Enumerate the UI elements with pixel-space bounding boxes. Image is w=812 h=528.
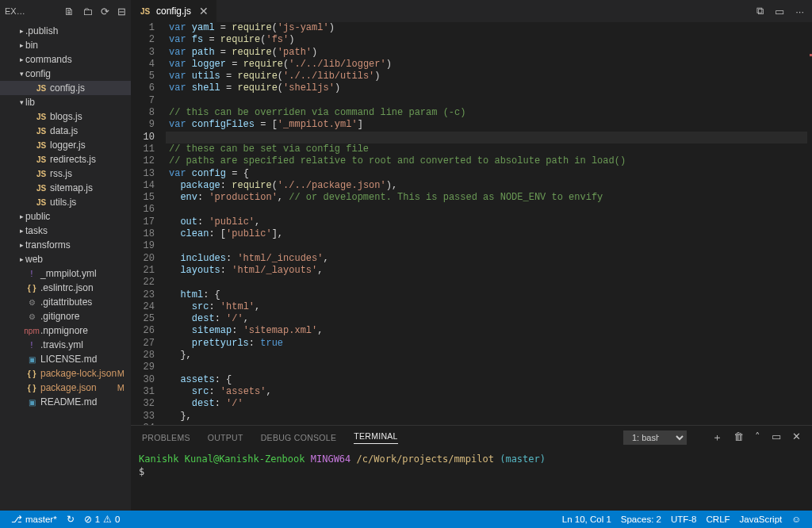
status-feedback[interactable]: ☺ xyxy=(787,511,806,528)
tree-label: config xyxy=(25,68,51,79)
file-package-lock.json[interactable]: { }package-lock.jsonM xyxy=(0,366,131,381)
tab-debug-console[interactable]: DEBUG CONSOLE xyxy=(261,433,337,442)
code-line[interactable]: src: 'html', xyxy=(166,301,807,313)
maximize-panel-icon[interactable]: ▭ xyxy=(772,430,781,445)
collapse-all-icon[interactable]: ⊟ xyxy=(117,6,126,17)
file-blogs.js[interactable]: JSblogs.js xyxy=(0,109,131,124)
editor-layout-icon[interactable]: ▭ xyxy=(775,6,784,17)
new-folder-icon[interactable]: 🗀 xyxy=(82,6,93,17)
file-sitemap.js[interactable]: JSsitemap.js xyxy=(0,181,131,195)
code-line[interactable] xyxy=(166,132,807,143)
file-_mmpilot.yml[interactable]: !_mmpilot.yml xyxy=(0,266,131,281)
status-branch[interactable]: ⎇ master* xyxy=(6,511,62,528)
status-cursor[interactable]: Ln 10, Col 1 xyxy=(557,511,616,528)
close-panel-icon[interactable]: ✕ xyxy=(792,430,801,445)
split-editor-icon[interactable]: ⧉ xyxy=(756,5,764,17)
file-README.md[interactable]: ▣README.md xyxy=(0,395,131,409)
code-line[interactable]: var logger = require('./../lib/logger') xyxy=(166,59,807,71)
code-line[interactable]: out: 'public', xyxy=(166,216,807,228)
folder-public[interactable]: ▸public xyxy=(0,209,131,224)
code-line[interactable]: dest: '/' xyxy=(166,398,807,410)
status-spaces[interactable]: Spaces: 2 xyxy=(616,511,666,528)
file-package.json[interactable]: { }package.jsonM xyxy=(0,381,131,395)
warning-icon: ⚠ xyxy=(103,514,112,525)
file-tree: ▸.publish▸bin▸commands▾configJSconfig.js… xyxy=(0,22,131,409)
code-line[interactable]: clean: ['public'], xyxy=(166,228,807,240)
code-line[interactable]: // paths are specified relative to root … xyxy=(166,155,807,167)
code-line[interactable]: package: require('./../package.json'), xyxy=(166,180,807,192)
code-line[interactable]: var fs = require('fs') xyxy=(166,34,807,46)
folder-commands[interactable]: ▸commands xyxy=(0,52,131,67)
file-rss.js[interactable]: JSrss.js xyxy=(0,166,131,181)
code-line[interactable] xyxy=(166,362,807,373)
file-data.js[interactable]: JSdata.js xyxy=(0,124,131,138)
folder-transforms[interactable]: ▸transforms xyxy=(0,238,131,252)
tab-output[interactable]: OUTPUT xyxy=(208,433,243,442)
code-line[interactable]: prettyurls: true xyxy=(166,338,807,350)
folder-bin[interactable]: ▸bin xyxy=(0,38,131,52)
code-line[interactable]: var yaml = require('js-yaml') xyxy=(166,22,807,34)
status-language[interactable]: JavaScript xyxy=(735,511,787,528)
tree-label: .travis.yml xyxy=(40,339,83,350)
folder-lib[interactable]: ▾lib xyxy=(0,95,131,109)
code-line[interactable]: html: { xyxy=(166,289,807,301)
status-sync[interactable]: ↻ xyxy=(62,511,79,528)
code-editor[interactable]: 1234567891011121314151617181920212223242… xyxy=(131,22,812,425)
tab-problems[interactable]: PROBLEMS xyxy=(142,433,190,442)
close-icon[interactable]: ✕ xyxy=(199,5,209,17)
more-actions-icon[interactable]: ··· xyxy=(795,6,804,17)
status-encoding[interactable]: UTF-8 xyxy=(666,511,702,528)
code-line[interactable]: assets: { xyxy=(166,374,807,386)
code-line[interactable]: var shell = require('shelljs') xyxy=(166,82,807,94)
status-problems[interactable]: ⊘ 1 ⚠ 0 xyxy=(79,511,125,528)
file-.npmignore[interactable]: npm.npmignore xyxy=(0,323,131,338)
folder-web[interactable]: ▸web xyxy=(0,252,131,266)
folder-tasks[interactable]: ▸tasks xyxy=(0,224,131,238)
file-redirects.js[interactable]: JSredirects.js xyxy=(0,152,131,166)
code-line[interactable]: // these can be set via config file xyxy=(166,143,807,155)
file-.gitignore[interactable]: ⚙.gitignore xyxy=(0,309,131,323)
tab-terminal[interactable]: TERMINAL xyxy=(354,431,398,444)
chevron-icon: ▾ xyxy=(17,70,25,78)
code-line[interactable]: }, xyxy=(166,411,807,423)
code-body[interactable]: var yaml = require('js-yaml')var fs = re… xyxy=(166,22,807,425)
kill-terminal-icon[interactable]: 🗑 xyxy=(733,430,744,445)
code-line[interactable] xyxy=(166,240,807,252)
code-line[interactable]: src: 'assets', xyxy=(166,386,807,398)
code-line[interactable] xyxy=(166,277,807,289)
folder-config[interactable]: ▾config xyxy=(0,67,131,81)
file-.travis.yml[interactable]: !.travis.yml xyxy=(0,338,131,352)
code-line[interactable]: env: 'production', // or development. Th… xyxy=(166,192,807,204)
file-utils.js[interactable]: JSutils.js xyxy=(0,195,131,209)
file-config.js[interactable]: JSconfig.js xyxy=(0,81,131,95)
tree-label: .eslintrc.json xyxy=(40,282,94,293)
code-line[interactable]: var config = { xyxy=(166,168,807,180)
new-file-icon[interactable]: 🗎 xyxy=(64,6,75,17)
code-line[interactable] xyxy=(166,95,807,107)
refresh-icon[interactable]: ⟳ xyxy=(101,6,109,17)
new-terminal-icon[interactable]: ＋ xyxy=(712,430,722,445)
code-line[interactable] xyxy=(166,204,807,216)
panel-up-icon[interactable]: ˄ xyxy=(755,430,760,445)
code-line[interactable]: // this can be overriden via command lin… xyxy=(166,107,807,119)
code-line[interactable]: sitemap: 'sitemap.xml', xyxy=(166,325,807,337)
code-line[interactable]: var configFiles = ['_mmpilot.yml'] xyxy=(166,119,807,131)
tab-config-js[interactable]: JS config.js ✕ xyxy=(131,0,217,22)
file-.eslintrc.json[interactable]: { }.eslintrc.json xyxy=(0,281,131,295)
file-logger.js[interactable]: JSlogger.js xyxy=(0,138,131,152)
code-line[interactable]: var utils = require('./../lib/utils') xyxy=(166,71,807,82)
code-line[interactable]: }, xyxy=(166,350,807,362)
file-.gitattributes[interactable]: ⚙.gitattributes xyxy=(0,295,131,309)
terminal-select[interactable]: 1: bash xyxy=(623,430,687,445)
tree-label: public xyxy=(25,211,50,222)
minimap[interactable] xyxy=(807,22,812,425)
code-line[interactable]: includes: 'html/_incudes', xyxy=(166,253,807,265)
code-line[interactable]: var path = require('path') xyxy=(166,47,807,59)
folder-.publish[interactable]: ▸.publish xyxy=(0,24,131,38)
code-line[interactable]: dest: '/', xyxy=(166,313,807,325)
file-LICENSE.md[interactable]: ▣LICENSE.md xyxy=(0,352,131,366)
code-line[interactable]: layouts: 'html/_layouts', xyxy=(166,265,807,277)
status-eol[interactable]: CRLF xyxy=(702,511,735,528)
terminal-body[interactable]: Kanishk Kunal@Kanishk-Zenbook MINGW64 /c… xyxy=(131,450,812,511)
tree-label: _mmpilot.yml xyxy=(40,268,97,279)
